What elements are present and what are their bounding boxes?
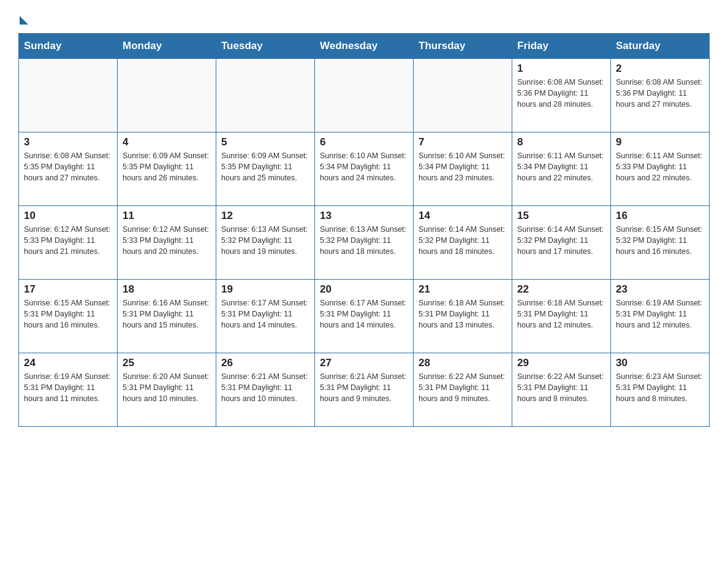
day-number: 28: [419, 357, 507, 369]
day-info: Sunrise: 6:14 AM Sunset: 5:32 PM Dayligh…: [517, 224, 605, 257]
day-number: 7: [419, 136, 507, 148]
day-info: Sunrise: 6:17 AM Sunset: 5:31 PM Dayligh…: [320, 297, 408, 331]
day-number: 26: [221, 357, 309, 369]
calendar-cell: 19Sunrise: 6:17 AM Sunset: 5:31 PM Dayli…: [216, 280, 315, 353]
day-of-week-header: Tuesday: [216, 34, 315, 59]
calendar-cell: 22Sunrise: 6:18 AM Sunset: 5:31 PM Dayli…: [512, 280, 611, 353]
day-number: 3: [24, 136, 112, 148]
day-info: Sunrise: 6:14 AM Sunset: 5:32 PM Dayligh…: [419, 224, 507, 257]
day-of-week-header: Thursday: [414, 34, 512, 59]
day-number: 29: [517, 357, 605, 369]
day-info: Sunrise: 6:15 AM Sunset: 5:32 PM Dayligh…: [616, 224, 704, 257]
day-number: 4: [123, 136, 211, 148]
day-info: Sunrise: 6:20 AM Sunset: 5:31 PM Dayligh…: [123, 371, 211, 404]
day-info: Sunrise: 6:21 AM Sunset: 5:31 PM Dayligh…: [320, 371, 408, 404]
calendar-cell: 28Sunrise: 6:22 AM Sunset: 5:31 PM Dayli…: [414, 353, 512, 427]
day-info: Sunrise: 6:13 AM Sunset: 5:32 PM Dayligh…: [320, 224, 408, 257]
day-of-week-header: Wednesday: [315, 34, 414, 59]
calendar-cell: 11Sunrise: 6:12 AM Sunset: 5:33 PM Dayli…: [118, 206, 216, 280]
day-number: 24: [24, 357, 112, 369]
calendar-cell: 18Sunrise: 6:16 AM Sunset: 5:31 PM Dayli…: [118, 280, 216, 353]
day-number: 12: [221, 210, 309, 222]
day-info: Sunrise: 6:18 AM Sunset: 5:31 PM Dayligh…: [517, 297, 605, 331]
calendar-cell: 20Sunrise: 6:17 AM Sunset: 5:31 PM Dayli…: [315, 280, 414, 353]
day-number: 14: [419, 210, 507, 222]
day-number: 19: [221, 283, 309, 296]
calendar-cell: [118, 59, 216, 132]
calendar-cell: 6Sunrise: 6:10 AM Sunset: 5:34 PM Daylig…: [315, 132, 414, 206]
day-number: 5: [221, 136, 309, 148]
calendar-cell: [216, 59, 315, 132]
day-number: 27: [320, 357, 408, 369]
day-info: Sunrise: 6:17 AM Sunset: 5:31 PM Dayligh…: [221, 297, 309, 331]
day-info: Sunrise: 6:19 AM Sunset: 5:31 PM Dayligh…: [616, 297, 704, 331]
calendar-cell: 4Sunrise: 6:09 AM Sunset: 5:35 PM Daylig…: [118, 132, 216, 206]
calendar-cell: 7Sunrise: 6:10 AM Sunset: 5:34 PM Daylig…: [414, 132, 512, 206]
day-number: 22: [517, 283, 605, 296]
calendar-cell: [315, 59, 414, 132]
calendar-cell: 15Sunrise: 6:14 AM Sunset: 5:32 PM Dayli…: [512, 206, 611, 280]
day-number: 11: [123, 210, 211, 222]
day-number: 1: [517, 63, 605, 75]
day-number: 13: [320, 210, 408, 222]
calendar-cell: 9Sunrise: 6:11 AM Sunset: 5:33 PM Daylig…: [611, 132, 710, 206]
calendar-cell: 14Sunrise: 6:14 AM Sunset: 5:32 PM Dayli…: [414, 206, 512, 280]
day-number: 2: [616, 63, 704, 75]
calendar-header-row: SundayMondayTuesdayWednesdayThursdayFrid…: [19, 34, 710, 59]
day-info: Sunrise: 6:10 AM Sunset: 5:34 PM Dayligh…: [419, 150, 507, 183]
day-info: Sunrise: 6:08 AM Sunset: 5:35 PM Dayligh…: [24, 150, 112, 183]
calendar-cell: 16Sunrise: 6:15 AM Sunset: 5:32 PM Dayli…: [611, 206, 710, 280]
day-info: Sunrise: 6:13 AM Sunset: 5:32 PM Dayligh…: [221, 224, 309, 257]
day-info: Sunrise: 6:16 AM Sunset: 5:31 PM Dayligh…: [123, 297, 211, 331]
calendar-cell: 8Sunrise: 6:11 AM Sunset: 5:34 PM Daylig…: [512, 132, 611, 206]
day-number: 9: [616, 136, 704, 148]
day-number: 18: [123, 283, 211, 296]
calendar-cell: 29Sunrise: 6:22 AM Sunset: 5:31 PM Dayli…: [512, 353, 611, 427]
calendar-cell: 10Sunrise: 6:12 AM Sunset: 5:33 PM Dayli…: [19, 206, 118, 280]
day-number: 17: [24, 283, 112, 296]
calendar-cell: 17Sunrise: 6:15 AM Sunset: 5:31 PM Dayli…: [19, 280, 118, 353]
logo: [18, 12, 28, 22]
day-info: Sunrise: 6:22 AM Sunset: 5:31 PM Dayligh…: [419, 371, 507, 404]
calendar-week-row: 1Sunrise: 6:08 AM Sunset: 5:36 PM Daylig…: [19, 59, 710, 132]
calendar-cell: 25Sunrise: 6:20 AM Sunset: 5:31 PM Dayli…: [118, 353, 216, 427]
day-info: Sunrise: 6:12 AM Sunset: 5:33 PM Dayligh…: [24, 224, 112, 257]
day-number: 21: [419, 283, 507, 296]
calendar-week-row: 24Sunrise: 6:19 AM Sunset: 5:31 PM Dayli…: [19, 353, 710, 427]
calendar-week-row: 10Sunrise: 6:12 AM Sunset: 5:33 PM Dayli…: [19, 206, 710, 280]
calendar-week-row: 3Sunrise: 6:08 AM Sunset: 5:35 PM Daylig…: [19, 132, 710, 206]
day-number: 25: [123, 357, 211, 369]
calendar-cell: 27Sunrise: 6:21 AM Sunset: 5:31 PM Dayli…: [315, 353, 414, 427]
day-info: Sunrise: 6:12 AM Sunset: 5:33 PM Dayligh…: [123, 224, 211, 257]
calendar-cell: 23Sunrise: 6:19 AM Sunset: 5:31 PM Dayli…: [611, 280, 710, 353]
day-number: 8: [517, 136, 605, 148]
day-info: Sunrise: 6:11 AM Sunset: 5:33 PM Dayligh…: [616, 150, 704, 183]
calendar-cell: 26Sunrise: 6:21 AM Sunset: 5:31 PM Dayli…: [216, 353, 315, 427]
day-number: 30: [616, 357, 704, 369]
day-info: Sunrise: 6:18 AM Sunset: 5:31 PM Dayligh…: [419, 297, 507, 331]
day-info: Sunrise: 6:11 AM Sunset: 5:34 PM Dayligh…: [517, 150, 605, 183]
day-number: 6: [320, 136, 408, 148]
day-info: Sunrise: 6:08 AM Sunset: 5:36 PM Dayligh…: [517, 77, 605, 110]
calendar-cell: 1Sunrise: 6:08 AM Sunset: 5:36 PM Daylig…: [512, 59, 611, 132]
day-info: Sunrise: 6:09 AM Sunset: 5:35 PM Dayligh…: [221, 150, 309, 183]
day-info: Sunrise: 6:21 AM Sunset: 5:31 PM Dayligh…: [221, 371, 309, 404]
day-info: Sunrise: 6:08 AM Sunset: 5:36 PM Dayligh…: [616, 77, 704, 110]
day-of-week-header: Monday: [118, 34, 216, 59]
day-info: Sunrise: 6:22 AM Sunset: 5:31 PM Dayligh…: [517, 371, 605, 404]
calendar-table: SundayMondayTuesdayWednesdayThursdayFrid…: [18, 33, 710, 427]
day-info: Sunrise: 6:09 AM Sunset: 5:35 PM Dayligh…: [123, 150, 211, 183]
calendar-cell: 30Sunrise: 6:23 AM Sunset: 5:31 PM Dayli…: [611, 353, 710, 427]
day-info: Sunrise: 6:15 AM Sunset: 5:31 PM Dayligh…: [24, 297, 112, 331]
day-info: Sunrise: 6:23 AM Sunset: 5:31 PM Dayligh…: [616, 371, 704, 404]
calendar-cell: 24Sunrise: 6:19 AM Sunset: 5:31 PM Dayli…: [19, 353, 118, 427]
day-of-week-header: Sunday: [19, 34, 118, 59]
calendar-cell: 13Sunrise: 6:13 AM Sunset: 5:32 PM Dayli…: [315, 206, 414, 280]
day-number: 20: [320, 283, 408, 296]
calendar-week-row: 17Sunrise: 6:15 AM Sunset: 5:31 PM Dayli…: [19, 280, 710, 353]
calendar-cell: 21Sunrise: 6:18 AM Sunset: 5:31 PM Dayli…: [414, 280, 512, 353]
day-info: Sunrise: 6:19 AM Sunset: 5:31 PM Dayligh…: [24, 371, 112, 404]
page-header: [18, 12, 710, 22]
day-of-week-header: Friday: [512, 34, 611, 59]
day-info: Sunrise: 6:10 AM Sunset: 5:34 PM Dayligh…: [320, 150, 408, 183]
